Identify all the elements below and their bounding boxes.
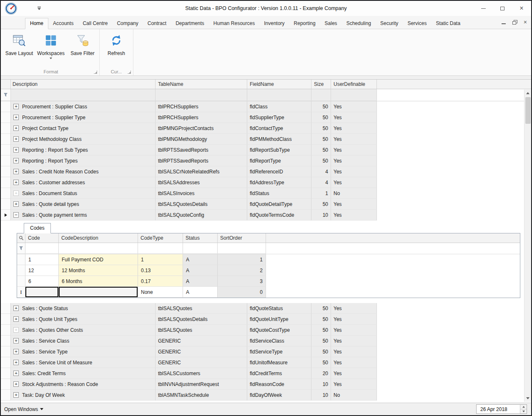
detail-column-header-sortorder[interactable]: SortOrder	[218, 233, 266, 243]
detail-column-header-code[interactable]: Code	[25, 233, 59, 243]
status-cell[interactable]: A	[183, 276, 218, 287]
codedescription-cell[interactable]: 12 Months	[59, 265, 138, 276]
ribbon-tab-accounts[interactable]: Accounts	[48, 18, 78, 29]
ribbon-tab-sales[interactable]: Sales	[320, 18, 342, 29]
codetype-cell[interactable]: None	[138, 287, 183, 298]
codetype-cell[interactable]: 1	[138, 254, 183, 265]
detail-filter-codetype-input[interactable]	[138, 243, 183, 254]
expand-icon[interactable]: +	[13, 392, 19, 398]
open-windows-button[interactable]: Open Windows	[4, 406, 43, 412]
detail-filter-sortorder-input[interactable]	[218, 243, 266, 254]
table-row[interactable]: +Task: Day Of WeektblASMNTaskSchedulefld…	[1, 390, 531, 401]
table-row[interactable]: +Reporting : Report Sub TypestblRPTSSave…	[1, 145, 531, 155]
status-cell[interactable]: A	[183, 254, 218, 265]
expand-icon[interactable]: +	[13, 180, 19, 185]
expand-icon[interactable]: +	[13, 104, 19, 109]
detail-row[interactable]: 1212 Months0.13A2	[17, 265, 520, 276]
vertical-scrollbar[interactable]	[524, 90, 531, 402]
table-row[interactable]: +Sales : Service ClassGENERICfldServiceC…	[1, 336, 531, 346]
ribbon-tab-home[interactable]: Home	[25, 18, 48, 29]
expand-icon[interactable]: +	[13, 158, 19, 163]
expand-icon[interactable]: +	[13, 169, 19, 174]
close-button[interactable]: ×	[512, 1, 531, 16]
sortorder-cell[interactable]: 2	[218, 265, 266, 276]
table-row[interactable]: +Sales: Credit TermstblSALSCustomersfldC…	[1, 368, 531, 379]
ribbon-tab-static-data[interactable]: Static Data	[431, 18, 465, 29]
filter-userdefinable-input[interactable]	[331, 89, 377, 101]
code-cell[interactable]: 12	[25, 265, 59, 276]
column-header-description[interactable]: Description	[11, 80, 156, 89]
dialog-launcher-icon[interactable]	[128, 70, 131, 74]
detail-column-header-codedescription[interactable]: CodeDescription	[59, 233, 138, 243]
column-header-size[interactable]: Size	[311, 80, 331, 89]
expand-icon[interactable]: +	[13, 381, 19, 387]
ribbon-tab-security[interactable]: Security	[376, 18, 403, 29]
scrollbar-thumb[interactable]	[525, 97, 531, 124]
dialog-launcher-icon[interactable]	[94, 70, 97, 74]
column-header-fieldname[interactable]: FieldName	[247, 80, 311, 89]
ribbon-tab-services[interactable]: Services	[403, 18, 431, 29]
ribbon-tab-company[interactable]: Company	[112, 18, 143, 29]
codedescription-cell[interactable]: Full Payment COD	[59, 254, 138, 265]
scroll-down-button[interactable]	[524, 395, 532, 402]
expand-icon[interactable]: +	[13, 349, 19, 354]
detail-filter-status-input[interactable]	[183, 243, 218, 254]
ribbon-tab-call-centre[interactable]: Call Centre	[78, 18, 112, 29]
detail-row[interactable]: 66 Months0.17A3	[17, 276, 520, 287]
code-cell[interactable]: 1	[25, 254, 59, 265]
expand-icon[interactable]: +	[13, 125, 19, 131]
table-row[interactable]: +Sales : Document StatustblSALSInvoicesf…	[1, 188, 531, 199]
table-row[interactable]: +Project Contact TypetblPMNGProjectConta…	[1, 123, 531, 134]
filter-description-input[interactable]	[11, 89, 156, 101]
collapse-icon[interactable]: −	[13, 212, 19, 218]
codedescription-cell[interactable]: 6 Months	[59, 276, 138, 287]
expand-icon[interactable]: +	[13, 115, 19, 120]
expand-icon[interactable]: +	[13, 201, 19, 207]
scroll-up-button[interactable]	[524, 90, 532, 97]
save-filter-button[interactable]: Save Filter	[67, 33, 98, 56]
sortorder-cell[interactable]: 3	[218, 276, 266, 287]
filter-tablename-input[interactable]	[156, 89, 247, 101]
table-row[interactable]: +Sales : Credit Note Reason CodestblSALS…	[1, 166, 531, 177]
detail-tab-codes[interactable]: Codes	[24, 223, 51, 233]
expand-icon[interactable]: +	[13, 371, 19, 376]
codetype-cell[interactable]: 0.17	[138, 276, 183, 287]
table-row[interactable]: +Reporting : Report TypestblRPTSSavedRep…	[1, 155, 531, 166]
ribbon-tab-reporting[interactable]: Reporting	[289, 18, 320, 29]
save-layout-button[interactable]: Save Layout	[3, 33, 35, 56]
code-cell[interactable]	[25, 287, 59, 298]
ribbon-tab-contract[interactable]: Contract	[143, 18, 171, 29]
mdi-close-icon[interactable]: ×	[524, 19, 527, 25]
sortorder-cell[interactable]: 0	[218, 287, 266, 298]
detail-column-header-status[interactable]: Status	[183, 233, 218, 243]
table-row[interactable]: +Project Methodology ClasstblPMNGMethodo…	[1, 134, 531, 145]
maximize-button[interactable]	[493, 1, 512, 16]
date-spin-down-button[interactable]	[520, 409, 527, 413]
table-row[interactable]: +Sales : Quote StatustblSALSQuotesfldQuo…	[1, 303, 531, 314]
expand-icon[interactable]: +	[13, 316, 19, 322]
status-cell[interactable]: A	[183, 287, 218, 298]
minimize-button[interactable]	[474, 1, 493, 16]
codedescription-cell[interactable]	[59, 287, 138, 298]
ribbon-tab-scheduling[interactable]: Scheduling	[342, 18, 376, 29]
ribbon-tab-human-resources[interactable]: Human Resources	[209, 18, 259, 29]
table-row[interactable]: +Procurement : Supplier TypetblPRCHSuppl…	[1, 112, 531, 123]
expand-icon[interactable]: +	[13, 136, 19, 142]
expand-icon[interactable]: +	[13, 360, 19, 365]
table-row[interactable]: +Sales : Customer addressestblSALSAddres…	[1, 177, 531, 188]
workspaces-button[interactable]: Workspaces	[35, 33, 67, 59]
column-header-tablename[interactable]: TableName	[156, 80, 247, 89]
app-logo-icon[interactable]	[4, 1, 18, 15]
table-row[interactable]: −Sales : Quote payment termstblSALSQuote…	[1, 210, 531, 221]
mdi-restore-icon[interactable]	[512, 20, 517, 24]
table-row[interactable]: +Sales : Service TypeGENERICfldServiceTy…	[1, 346, 531, 357]
detail-column-header-codetype[interactable]: CodeType	[138, 233, 183, 243]
code-cell[interactable]: 6	[25, 276, 59, 287]
detail-row[interactable]: 1Full Payment COD1A1	[17, 254, 520, 265]
ribbon-tab-inventory[interactable]: Inventory	[259, 18, 289, 29]
detail-filter-code-input[interactable]	[25, 243, 59, 254]
status-cell[interactable]: A	[183, 265, 218, 276]
table-row[interactable]: +Sales : Service Unit of MeasureGENERICf…	[1, 357, 531, 368]
date-spin-up-button[interactable]	[520, 405, 527, 409]
table-row[interactable]: +Sales : Quote detail typestblSALSQuotes…	[1, 199, 531, 210]
